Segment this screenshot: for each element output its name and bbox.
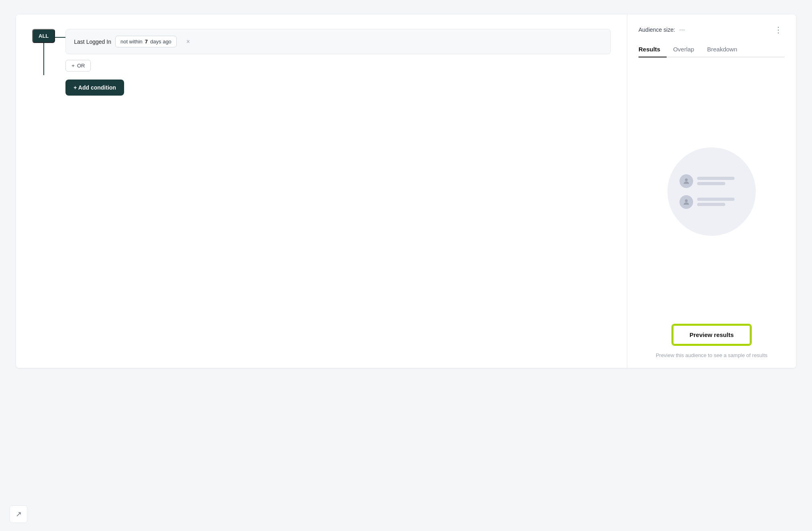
results-panel: Audience size: --- ⋮ Results Overlap Bre… bbox=[627, 14, 796, 368]
remove-condition-button[interactable]: × bbox=[184, 38, 192, 46]
operator-text: not within bbox=[120, 39, 143, 45]
or-button[interactable]: + OR bbox=[65, 60, 91, 71]
audience-size-value: --- bbox=[679, 27, 685, 33]
preview-illustration bbox=[639, 70, 785, 312]
tab-results[interactable]: Results bbox=[639, 43, 667, 57]
bottom-bar: ↗ bbox=[0, 497, 812, 531]
logic-connector: ALL bbox=[32, 29, 55, 75]
condition-group: ALL Last Logged In not within 7 bbox=[32, 29, 611, 96]
user-line-short-1 bbox=[697, 182, 725, 185]
or-label: OR bbox=[77, 63, 85, 69]
add-condition-button[interactable]: + Add condition bbox=[65, 80, 124, 96]
user-line-short-2 bbox=[697, 203, 725, 206]
audience-size-row: Audience size: --- ⋮ bbox=[639, 24, 785, 35]
audience-size-info: Audience size: --- bbox=[639, 26, 685, 33]
condition-builder-panel: ALL Last Logged In not within 7 bbox=[16, 14, 627, 368]
user-avatar-2 bbox=[679, 195, 693, 209]
tab-breakdown[interactable]: Breakdown bbox=[701, 43, 744, 57]
user-lines-2 bbox=[697, 198, 744, 206]
illustration-user-row-1 bbox=[679, 174, 744, 188]
condition-field-label: Last Logged In bbox=[74, 39, 111, 45]
condition-operator-selector[interactable]: not within 7 days ago bbox=[115, 36, 177, 47]
preview-hint-text: Preview this audience to see a sample of… bbox=[639, 352, 785, 358]
user-lines-1 bbox=[697, 177, 744, 185]
all-logic-badge[interactable]: ALL bbox=[32, 29, 55, 43]
more-options-button[interactable]: ⋮ bbox=[772, 24, 785, 35]
or-plus-icon: + bbox=[71, 63, 75, 69]
condition-row: Last Logged In not within 7 days ago × bbox=[65, 29, 611, 54]
user-avatar-1 bbox=[679, 174, 693, 188]
svg-point-0 bbox=[685, 178, 688, 181]
expand-button[interactable]: ↗ bbox=[10, 505, 27, 523]
illustration-circle bbox=[667, 147, 756, 236]
illustration-user-row-2 bbox=[679, 195, 744, 209]
condition-unit: days ago bbox=[150, 39, 171, 45]
results-tabs: Results Overlap Breakdown bbox=[639, 43, 785, 57]
expand-icon: ↗ bbox=[16, 510, 22, 519]
connector-horizontal bbox=[55, 37, 65, 38]
connector-line-bottom bbox=[43, 51, 44, 75]
preview-results-button[interactable]: Preview results bbox=[671, 324, 752, 346]
user-line-long-1 bbox=[697, 177, 734, 180]
conditions-area: Last Logged In not within 7 days ago × bbox=[65, 29, 611, 96]
tab-overlap[interactable]: Overlap bbox=[667, 43, 701, 57]
connector-line-top bbox=[43, 43, 44, 51]
audience-size-label: Audience size: bbox=[639, 27, 675, 33]
svg-point-1 bbox=[685, 199, 688, 202]
condition-value: 7 bbox=[145, 39, 148, 45]
or-row: + OR bbox=[65, 60, 611, 71]
user-line-long-2 bbox=[697, 198, 734, 201]
